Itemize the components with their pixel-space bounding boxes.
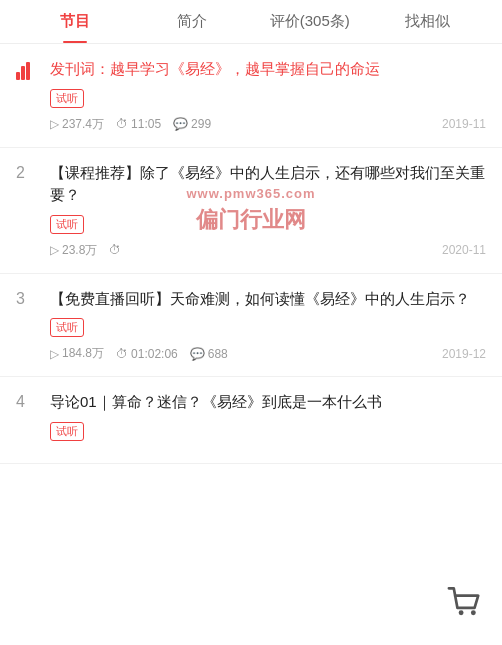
trial-badge[interactable]: 试听	[50, 318, 84, 337]
comment-count-value: 688	[208, 347, 228, 361]
item-index: 4	[16, 391, 40, 449]
episode-list: 发刊词：越早学习《易经》，越早掌握自己的命运 试听 ▷ 237.4万 ⏱ 11:…	[0, 44, 502, 464]
tab-bar: 节目 简介 评价(305条) 找相似	[0, 0, 502, 44]
trial-badge[interactable]: 试听	[50, 215, 84, 234]
play-count: ▷ 23.8万	[50, 242, 97, 259]
svg-point-1	[471, 610, 476, 615]
cart-button[interactable]	[444, 581, 488, 625]
item-meta: ▷ 23.8万 ⏱ 2020-11	[50, 242, 486, 259]
tab-similar[interactable]: 找相似	[369, 0, 487, 43]
bar-chart-icon	[16, 62, 40, 80]
duration-value: 11:05	[131, 117, 161, 131]
play-icon: ▷	[50, 243, 59, 257]
item-index: 3	[16, 288, 40, 363]
duration-value: 01:02:06	[131, 347, 178, 361]
play-icon: ▷	[50, 347, 59, 361]
item-content: 导论01｜算命？迷信？《易经》到底是一本什么书 试听	[50, 391, 486, 449]
item-title: 【课程推荐】除了《易经》中的人生启示，还有哪些对我们至关重要？	[50, 162, 486, 207]
item-date: 2019-11	[442, 117, 486, 131]
play-count: ▷ 184.8万	[50, 345, 104, 362]
list-item[interactable]: 2 【课程推荐】除了《易经》中的人生启示，还有哪些对我们至关重要？ 试听 ▷ 2…	[0, 148, 502, 274]
comment-icon: 💬	[190, 347, 205, 361]
duration: ⏱ 11:05	[116, 117, 161, 131]
list-item[interactable]: 发刊词：越早学习《易经》，越早掌握自己的命运 试听 ▷ 237.4万 ⏱ 11:…	[0, 44, 502, 148]
item-date: 2019-12	[442, 347, 486, 361]
comment-icon: 💬	[173, 117, 188, 131]
item-content: 【课程推荐】除了《易经》中的人生启示，还有哪些对我们至关重要？ 试听 ▷ 23.…	[50, 162, 486, 259]
play-count-value: 237.4万	[62, 116, 104, 133]
trial-badge[interactable]: 试听	[50, 89, 84, 108]
item-content: 发刊词：越早学习《易经》，越早掌握自己的命运 试听 ▷ 237.4万 ⏱ 11:…	[50, 58, 486, 133]
cart-icon	[444, 581, 488, 625]
play-count-value: 23.8万	[62, 242, 97, 259]
comment-count: 💬 299	[173, 117, 211, 131]
play-count-value: 184.8万	[62, 345, 104, 362]
tab-intro[interactable]: 简介	[134, 0, 252, 43]
duration: ⏱	[109, 243, 124, 257]
clock-icon: ⏱	[116, 347, 128, 361]
duration: ⏱ 01:02:06	[116, 347, 178, 361]
comment-count: 💬 688	[190, 347, 228, 361]
trial-badge[interactable]: 试听	[50, 422, 84, 441]
item-title: 发刊词：越早学习《易经》，越早掌握自己的命运	[50, 58, 486, 81]
clock-icon: ⏱	[109, 243, 121, 257]
item-meta: ▷ 237.4万 ⏱ 11:05 💬 299 2019-11	[50, 116, 486, 133]
item-title: 【免费直播回听】天命难测，如何读懂《易经》中的人生启示？	[50, 288, 486, 311]
clock-icon: ⏱	[116, 117, 128, 131]
item-index	[16, 58, 40, 133]
play-icon: ▷	[50, 117, 59, 131]
item-content: 【免费直播回听】天命难测，如何读懂《易经》中的人生启示？ 试听 ▷ 184.8万…	[50, 288, 486, 363]
list-item[interactable]: 4 导论01｜算命？迷信？《易经》到底是一本什么书 试听	[0, 377, 502, 464]
item-index: 2	[16, 162, 40, 259]
item-title: 导论01｜算命？迷信？《易经》到底是一本什么书	[50, 391, 486, 414]
item-meta: ▷ 184.8万 ⏱ 01:02:06 💬 688 2019-12	[50, 345, 486, 362]
list-item[interactable]: 3 【免费直播回听】天命难测，如何读懂《易经》中的人生启示？ 试听 ▷ 184.…	[0, 274, 502, 378]
play-count: ▷ 237.4万	[50, 116, 104, 133]
comment-count-value: 299	[191, 117, 211, 131]
tab-episodes[interactable]: 节目	[16, 0, 134, 43]
item-date: 2020-11	[442, 243, 486, 257]
tab-reviews[interactable]: 评价(305条)	[251, 0, 369, 43]
svg-point-0	[459, 610, 464, 615]
